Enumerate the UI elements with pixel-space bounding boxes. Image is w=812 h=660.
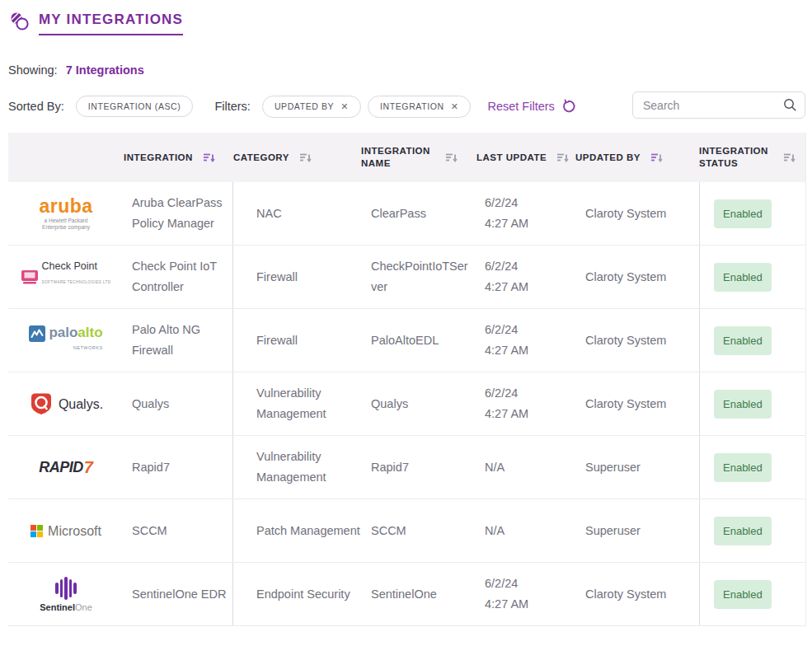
category-cell: Firewall [233,246,361,308]
filter-chip-updated-by[interactable]: UPDATED BY ✕ [262,96,361,118]
status-badge: Enabled [714,580,772,609]
table-header-row: INTEGRATION CATEGORY INTEGRATION NAME LA… [8,133,805,182]
updated-by-cell: Claroty System [575,246,699,308]
rapid7-logo: RAPID 7 [39,457,93,478]
filter-chip-integration[interactable]: INTEGRATION ✕ [368,96,471,118]
last-update-cell: N/A [476,499,575,562]
last-update-cell: 6/2/24 4:27 AM [476,309,575,372]
table-row[interactable]: Microsoft SCCM Patch Management SCCM N/A… [8,499,805,563]
table-row[interactable]: aruba a Hewlett Packard Enterprise compa… [8,182,805,246]
header-integration[interactable]: INTEGRATION [124,133,233,182]
search-box [632,91,805,119]
category-cell: Vulnerability Management [233,372,361,435]
showing-label: Showing: [8,63,58,77]
header-updated-by[interactable]: UPDATED BY [575,133,699,182]
remove-filter-icon[interactable]: ✕ [451,101,459,112]
table-row[interactable]: Qualys. Qualys Vulnerability Management … [8,372,805,436]
sort-icon[interactable] [299,152,312,163]
table-row[interactable]: RAPID 7 Rapid7 Vulnerability Management … [8,436,805,499]
filter-chip-label: INTEGRATION [380,101,444,111]
toolbar: Sorted By: INTEGRATION (ASC) Filters: UP… [0,77,812,119]
integration-name-cell: SCCM [361,499,476,562]
integration-cell: Check Point IoT Controller [124,246,233,308]
updated-by-cell: Claroty System [575,563,699,625]
sentinelone-icon [40,576,92,601]
header-logo [8,133,124,182]
integration-cell: Rapid7 [124,436,233,499]
integration-name-cell: CheckPointIoTServer [361,246,476,308]
reset-filters-label: Reset Filters [487,100,554,113]
status-badge: Enabled [714,517,772,545]
table-row[interactable]: paloalto NETWORKS Palo Alto NG Firewall … [8,309,805,372]
status-cell: Enabled [699,499,806,562]
sentinelone-logo: SentinelOne [40,576,92,613]
category-cell: Firewall [233,309,361,372]
integration-cell: Qualys [124,372,233,435]
header-last-update[interactable]: LAST UPDATE [476,133,575,182]
microsoft-squares-icon [31,525,43,537]
category-cell: Endpoint Security [233,563,361,625]
updated-by-cell: Superuser [575,436,699,499]
last-update-cell: N/A [476,436,575,499]
search-input[interactable] [632,91,805,119]
header-category[interactable]: CATEGORY [233,133,361,182]
page-header: MY INTEGRATIONS [0,0,812,35]
integrations-icon [8,10,31,32]
sort-icon[interactable] [650,152,663,163]
vendor-logo-cell: Check Point SOFTWARE TECHNOLOGIES LTD [8,246,124,308]
integration-name-cell: Qualys [361,372,476,435]
sort-icon[interactable] [445,152,458,163]
status-cell: Enabled [699,372,806,435]
showing-count: 7 Integrations [66,63,144,77]
status-cell: Enabled [699,563,806,625]
page-title: MY INTEGRATIONS [39,12,183,35]
showing-line: Showing: 7 Integrations [0,35,812,77]
status-badge: Enabled [714,263,772,292]
updated-by-cell: Superuser [575,499,699,562]
header-integration-status[interactable]: INTEGRATION STATUS [699,133,806,182]
vendor-logo-cell: Microsoft [8,499,124,562]
sorted-by-label: Sorted By: [8,100,64,113]
integration-cell: SentinelOne EDR [124,563,233,625]
filter-chip-label: UPDATED BY [275,101,334,111]
reset-filters-button[interactable]: Reset Filters [487,99,575,114]
sort-chip-label: INTEGRATION (ASC) [88,101,181,111]
updated-by-cell: Claroty System [575,182,699,245]
vendor-logo-cell: aruba a Hewlett Packard Enterprise compa… [8,182,124,245]
vendor-logo-cell: Qualys. [8,372,124,435]
sort-chip[interactable]: INTEGRATION (ASC) [76,96,194,117]
status-cell: Enabled [699,182,806,245]
status-cell: Enabled [699,309,806,372]
checkpoint-logo: Check Point SOFTWARE TECHNOLOGIES LTD [21,261,111,293]
status-badge: Enabled [714,199,772,228]
vendor-logo-cell: SentinelOne [8,563,124,625]
table-row[interactable]: Check Point SOFTWARE TECHNOLOGIES LTD Ch… [8,246,805,309]
sort-icon[interactable] [203,152,215,163]
header-integration-name[interactable]: INTEGRATION NAME [361,133,476,182]
status-cell: Enabled [699,436,806,499]
microsoft-logo: Microsoft [31,521,101,541]
integrations-table: INTEGRATION CATEGORY INTEGRATION NAME LA… [8,133,806,626]
remove-filter-icon[interactable]: ✕ [340,101,349,112]
status-badge: Enabled [714,326,772,355]
sort-icon[interactable] [783,152,796,163]
sort-icon[interactable] [556,152,569,163]
paloalto-icon [29,325,45,342]
reset-icon [561,99,576,114]
status-badge: Enabled [714,390,772,419]
search-icon [783,98,797,112]
last-update-cell: 6/2/24 4:27 AM [476,563,575,625]
integration-name-cell: ClearPass [361,182,476,245]
aruba-logo: aruba a Hewlett Packard Enterprise compa… [39,196,92,231]
integration-name-cell: Rapid7 [361,436,476,499]
table-row[interactable]: SentinelOne SentinelOne EDR Endpoint Sec… [8,563,805,626]
updated-by-cell: Claroty System [575,309,699,372]
last-update-cell: 6/2/24 4:27 AM [476,372,575,435]
status-badge: Enabled [714,453,772,482]
paloalto-logo: paloalto NETWORKS [29,325,102,355]
checkpoint-icon [21,270,38,284]
status-cell: Enabled [699,246,806,308]
last-update-cell: 6/2/24 4:27 AM [476,246,575,308]
vendor-logo-cell: RAPID 7 [8,436,124,499]
integration-cell: SCCM [124,499,233,562]
